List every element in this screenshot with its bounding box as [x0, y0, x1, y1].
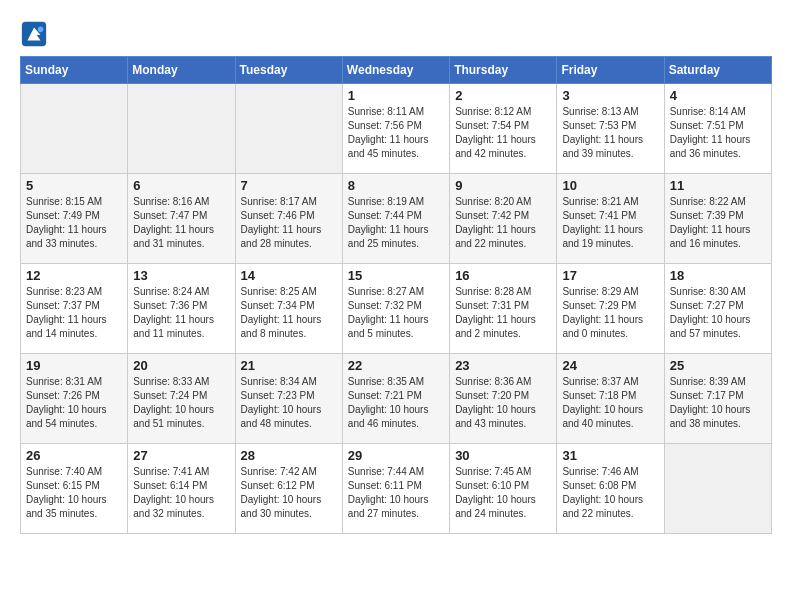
calendar-cell: 14Sunrise: 8:25 AMSunset: 7:34 PMDayligh… [235, 264, 342, 354]
calendar-cell: 7Sunrise: 8:17 AMSunset: 7:46 PMDaylight… [235, 174, 342, 264]
cell-info: Sunrise: 8:30 AMSunset: 7:27 PMDaylight:… [670, 285, 766, 341]
cell-info: Sunrise: 8:21 AMSunset: 7:41 PMDaylight:… [562, 195, 658, 251]
day-number: 24 [562, 358, 658, 373]
cell-info: Sunrise: 8:34 AMSunset: 7:23 PMDaylight:… [241, 375, 337, 431]
day-number: 26 [26, 448, 122, 463]
cell-info: Sunrise: 8:23 AMSunset: 7:37 PMDaylight:… [26, 285, 122, 341]
calendar-cell: 10Sunrise: 8:21 AMSunset: 7:41 PMDayligh… [557, 174, 664, 264]
cell-info: Sunrise: 7:40 AMSunset: 6:15 PMDaylight:… [26, 465, 122, 521]
calendar-cell: 29Sunrise: 7:44 AMSunset: 6:11 PMDayligh… [342, 444, 449, 534]
day-number: 25 [670, 358, 766, 373]
cell-info: Sunrise: 8:12 AMSunset: 7:54 PMDaylight:… [455, 105, 551, 161]
day-number: 2 [455, 88, 551, 103]
day-number: 9 [455, 178, 551, 193]
cell-info: Sunrise: 8:11 AMSunset: 7:56 PMDaylight:… [348, 105, 444, 161]
calendar-cell: 15Sunrise: 8:27 AMSunset: 7:32 PMDayligh… [342, 264, 449, 354]
cell-info: Sunrise: 7:41 AMSunset: 6:14 PMDaylight:… [133, 465, 229, 521]
day-number: 8 [348, 178, 444, 193]
cell-info: Sunrise: 8:15 AMSunset: 7:49 PMDaylight:… [26, 195, 122, 251]
cell-info: Sunrise: 8:39 AMSunset: 7:17 PMDaylight:… [670, 375, 766, 431]
calendar-cell: 13Sunrise: 8:24 AMSunset: 7:36 PMDayligh… [128, 264, 235, 354]
calendar-cell: 23Sunrise: 8:36 AMSunset: 7:20 PMDayligh… [450, 354, 557, 444]
day-number: 5 [26, 178, 122, 193]
cell-info: Sunrise: 8:29 AMSunset: 7:29 PMDaylight:… [562, 285, 658, 341]
day-number: 20 [133, 358, 229, 373]
calendar-table: SundayMondayTuesdayWednesdayThursdayFrid… [20, 56, 772, 534]
calendar-cell: 17Sunrise: 8:29 AMSunset: 7:29 PMDayligh… [557, 264, 664, 354]
calendar-cell: 31Sunrise: 7:46 AMSunset: 6:08 PMDayligh… [557, 444, 664, 534]
cell-info: Sunrise: 7:45 AMSunset: 6:10 PMDaylight:… [455, 465, 551, 521]
day-number: 1 [348, 88, 444, 103]
cell-info: Sunrise: 7:42 AMSunset: 6:12 PMDaylight:… [241, 465, 337, 521]
day-number: 14 [241, 268, 337, 283]
cell-info: Sunrise: 8:14 AMSunset: 7:51 PMDaylight:… [670, 105, 766, 161]
calendar-cell: 1Sunrise: 8:11 AMSunset: 7:56 PMDaylight… [342, 84, 449, 174]
cell-info: Sunrise: 8:19 AMSunset: 7:44 PMDaylight:… [348, 195, 444, 251]
cell-info: Sunrise: 8:35 AMSunset: 7:21 PMDaylight:… [348, 375, 444, 431]
calendar-cell: 27Sunrise: 7:41 AMSunset: 6:14 PMDayligh… [128, 444, 235, 534]
cell-info: Sunrise: 7:44 AMSunset: 6:11 PMDaylight:… [348, 465, 444, 521]
svg-point-2 [38, 27, 44, 33]
day-number: 19 [26, 358, 122, 373]
calendar-cell: 5Sunrise: 8:15 AMSunset: 7:49 PMDaylight… [21, 174, 128, 264]
weekday-header: Monday [128, 57, 235, 84]
day-number: 3 [562, 88, 658, 103]
day-number: 6 [133, 178, 229, 193]
calendar-cell: 12Sunrise: 8:23 AMSunset: 7:37 PMDayligh… [21, 264, 128, 354]
calendar-cell: 20Sunrise: 8:33 AMSunset: 7:24 PMDayligh… [128, 354, 235, 444]
calendar-cell: 28Sunrise: 7:42 AMSunset: 6:12 PMDayligh… [235, 444, 342, 534]
day-number: 28 [241, 448, 337, 463]
day-number: 12 [26, 268, 122, 283]
cell-info: Sunrise: 8:33 AMSunset: 7:24 PMDaylight:… [133, 375, 229, 431]
cell-info: Sunrise: 8:17 AMSunset: 7:46 PMDaylight:… [241, 195, 337, 251]
day-number: 10 [562, 178, 658, 193]
day-number: 23 [455, 358, 551, 373]
logo-icon [20, 20, 48, 48]
cell-info: Sunrise: 8:37 AMSunset: 7:18 PMDaylight:… [562, 375, 658, 431]
calendar-cell: 9Sunrise: 8:20 AMSunset: 7:42 PMDaylight… [450, 174, 557, 264]
day-number: 18 [670, 268, 766, 283]
day-number: 29 [348, 448, 444, 463]
calendar-cell: 22Sunrise: 8:35 AMSunset: 7:21 PMDayligh… [342, 354, 449, 444]
logo [20, 20, 52, 48]
cell-info: Sunrise: 8:20 AMSunset: 7:42 PMDaylight:… [455, 195, 551, 251]
calendar-cell: 3Sunrise: 8:13 AMSunset: 7:53 PMDaylight… [557, 84, 664, 174]
calendar-cell: 30Sunrise: 7:45 AMSunset: 6:10 PMDayligh… [450, 444, 557, 534]
calendar-cell [21, 84, 128, 174]
weekday-header: Friday [557, 57, 664, 84]
cell-info: Sunrise: 8:24 AMSunset: 7:36 PMDaylight:… [133, 285, 229, 341]
day-number: 27 [133, 448, 229, 463]
calendar-cell: 24Sunrise: 8:37 AMSunset: 7:18 PMDayligh… [557, 354, 664, 444]
calendar-cell: 4Sunrise: 8:14 AMSunset: 7:51 PMDaylight… [664, 84, 771, 174]
cell-info: Sunrise: 8:28 AMSunset: 7:31 PMDaylight:… [455, 285, 551, 341]
day-number: 13 [133, 268, 229, 283]
calendar-cell: 25Sunrise: 8:39 AMSunset: 7:17 PMDayligh… [664, 354, 771, 444]
calendar-cell: 6Sunrise: 8:16 AMSunset: 7:47 PMDaylight… [128, 174, 235, 264]
calendar-cell [664, 444, 771, 534]
calendar-cell: 26Sunrise: 7:40 AMSunset: 6:15 PMDayligh… [21, 444, 128, 534]
cell-info: Sunrise: 8:27 AMSunset: 7:32 PMDaylight:… [348, 285, 444, 341]
day-number: 11 [670, 178, 766, 193]
day-number: 17 [562, 268, 658, 283]
calendar-cell [128, 84, 235, 174]
calendar-cell: 16Sunrise: 8:28 AMSunset: 7:31 PMDayligh… [450, 264, 557, 354]
weekday-header: Tuesday [235, 57, 342, 84]
day-number: 30 [455, 448, 551, 463]
day-number: 15 [348, 268, 444, 283]
cell-info: Sunrise: 7:46 AMSunset: 6:08 PMDaylight:… [562, 465, 658, 521]
calendar-cell: 11Sunrise: 8:22 AMSunset: 7:39 PMDayligh… [664, 174, 771, 264]
calendar-cell: 21Sunrise: 8:34 AMSunset: 7:23 PMDayligh… [235, 354, 342, 444]
cell-info: Sunrise: 8:31 AMSunset: 7:26 PMDaylight:… [26, 375, 122, 431]
day-number: 16 [455, 268, 551, 283]
weekday-header: Thursday [450, 57, 557, 84]
day-number: 22 [348, 358, 444, 373]
calendar-cell: 18Sunrise: 8:30 AMSunset: 7:27 PMDayligh… [664, 264, 771, 354]
day-number: 4 [670, 88, 766, 103]
cell-info: Sunrise: 8:25 AMSunset: 7:34 PMDaylight:… [241, 285, 337, 341]
day-number: 31 [562, 448, 658, 463]
cell-info: Sunrise: 8:22 AMSunset: 7:39 PMDaylight:… [670, 195, 766, 251]
calendar-cell [235, 84, 342, 174]
calendar-cell: 2Sunrise: 8:12 AMSunset: 7:54 PMDaylight… [450, 84, 557, 174]
cell-info: Sunrise: 8:16 AMSunset: 7:47 PMDaylight:… [133, 195, 229, 251]
day-number: 7 [241, 178, 337, 193]
